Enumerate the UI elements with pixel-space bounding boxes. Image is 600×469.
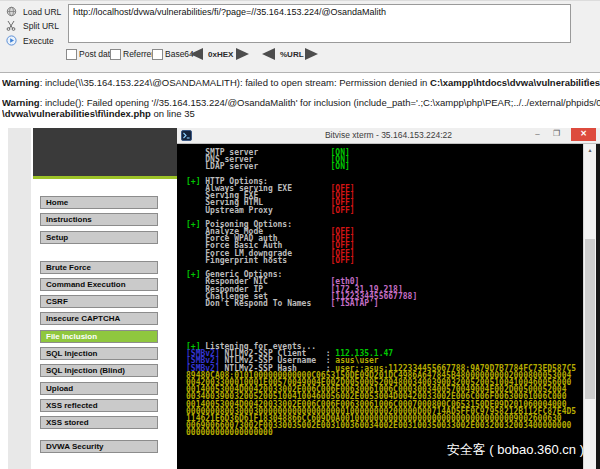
sidebar-item-instructions[interactable]: Instructions (40, 213, 158, 226)
terminal-line: LDAP server [ON] (186, 163, 576, 170)
base64-checkbox[interactable] (152, 49, 163, 60)
referrer-checkbox[interactable] (110, 49, 121, 60)
php-warning-2-continued: \dvwa\vulnerabilities\fi\index.php on li… (2, 108, 600, 119)
dvwa-accent-line (33, 176, 177, 179)
terminal-titlebar[interactable]: Bitvise xterm - 35.164.153.224:22 – ❐ ✕ (177, 128, 600, 144)
terminal-output: SMTP server [ON] DNS server [ON] LDAP se… (186, 149, 576, 437)
php-warning-2: Warning: include(): Failed opening '//35… (2, 97, 600, 108)
scrollbar-up-icon[interactable]: ▲ (584, 144, 596, 156)
sidebar-item-home[interactable]: Home (40, 196, 158, 209)
page-left-margin (8, 128, 31, 469)
sidebar-item-sql-injection[interactable]: SQL Injection (40, 347, 158, 360)
terminal-line (186, 329, 576, 336)
load-url-label: Load URL (23, 7, 61, 17)
close-button[interactable]: ✕ (571, 128, 596, 141)
sidebar-item-dvwa-security[interactable]: DVWA Security (40, 440, 158, 453)
url-input[interactable]: http://localhost/dvwa/vulnerabilities/fi… (68, 4, 571, 43)
sidebar-item-insecure-captcha[interactable]: Insecure CAPTCHA (40, 312, 158, 325)
execute-label: Execute (23, 36, 54, 46)
hex-decode-arrow-icon[interactable] (190, 48, 203, 60)
terminal-line: 000000000000000000 (186, 429, 576, 436)
terminal-window-border (596, 144, 600, 469)
post-data-checkbox[interactable] (66, 49, 77, 60)
terminal-line: Don't Respond To Names ['ISATAP'] (186, 300, 576, 307)
terminal-line (186, 314, 576, 321)
dvwa-header-banner (33, 128, 177, 176)
sidebar-item-sql-injection-blind-[interactable]: SQL Injection (Blind) (40, 364, 158, 377)
terminal-scrollbar[interactable]: ▲ (583, 144, 596, 469)
terminal-line: Upstream Proxy [OFF] (186, 207, 576, 214)
hex-encoder-label: 0xHEX (208, 50, 233, 59)
split-url-label: Split URL (23, 21, 59, 31)
url-decode-arrow-icon[interactable] (262, 48, 275, 60)
watermark-text: 安全客 ( bobao.360.cn ) (447, 441, 584, 459)
dvwa-sidebar-menu: HomeInstructionsSetupBrute ForceCommand … (40, 196, 158, 458)
scrollbar-thumb[interactable] (585, 239, 595, 399)
page-scrollbar-up-icon[interactable]: ▲ (584, 76, 590, 82)
scissors-icon (6, 20, 17, 31)
load-url-button[interactable]: Load URL (6, 5, 61, 18)
hex-encode-arrow-icon[interactable] (236, 48, 249, 60)
url-encoder-label: %URL (280, 50, 304, 59)
sidebar-item-xss-stored[interactable]: XSS stored (40, 416, 158, 429)
minimize-button[interactable]: – (529, 128, 546, 141)
url-encode-arrow-icon[interactable] (305, 48, 318, 60)
sidebar-item-file-inclusion[interactable]: File Inclusion (40, 330, 158, 343)
terminal-body: SMTP server [ON] DNS server [ON] LDAP se… (177, 144, 600, 469)
globe-icon (6, 6, 17, 17)
hackbar-options-row: Post data Referrer Base64 0xHEX %URL (0, 47, 600, 63)
execute-button[interactable]: Execute (6, 34, 54, 47)
split-url-button[interactable]: Split URL (6, 19, 59, 32)
sidebar-item-xss-reflected[interactable]: XSS reflected (40, 399, 158, 412)
referrer-label: Referrer (123, 49, 154, 59)
sidebar-item-brute-force[interactable]: Brute Force (40, 261, 158, 274)
sidebar-item-csrf[interactable]: CSRF (40, 295, 158, 308)
terminal-line (186, 322, 576, 329)
bitvise-xterm-window: Bitvise xterm - 35.164.153.224:22 – ❐ ✕ … (177, 128, 600, 469)
terminal-line (186, 307, 576, 314)
sidebar-item-upload[interactable]: Upload (40, 382, 158, 395)
maximize-button[interactable]: ❐ (548, 128, 565, 141)
sidebar-item-command-execution[interactable]: Command Execution (40, 278, 158, 291)
hackbar-toolbar: Load URL Split URL Execute http://localh… (0, 0, 600, 73)
terminal-line: Fingerprint hosts [OFF] (186, 257, 576, 264)
php-warning-1: Warning: include(\\35.164.153.224\@OSAND… (2, 77, 600, 88)
play-icon (6, 35, 17, 46)
sidebar-item-setup[interactable]: Setup (40, 231, 158, 244)
